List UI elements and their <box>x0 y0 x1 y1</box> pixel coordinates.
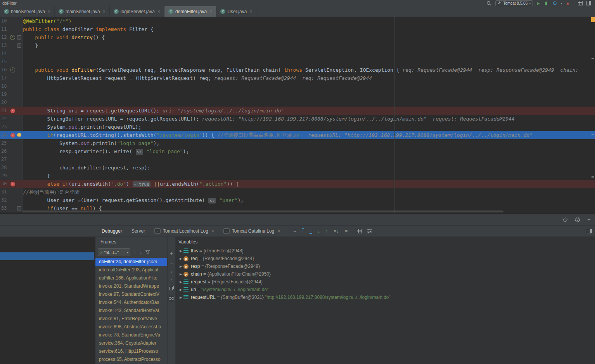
code-line-18[interactable]: 18 <box>0 82 595 90</box>
crosshair-settings-icon[interactable] <box>562 217 568 223</box>
view-breakpoints-icon[interactable] <box>357 229 362 233</box>
show-watches-glasses-icon[interactable] <box>168 296 175 301</box>
gutter[interactable]: 31 <box>0 188 23 196</box>
breakpoint-icon[interactable]: ✓ <box>10 133 15 138</box>
gutter[interactable]: 19 <box>0 90 23 98</box>
gutter[interactable]: 18 <box>0 82 23 90</box>
copy-icon[interactable] <box>170 286 174 292</box>
implements-method-icon[interactable]: ↑ <box>10 35 15 40</box>
breakpoint-icon[interactable]: ✓ <box>10 182 15 186</box>
layout-grid-icon[interactable] <box>578 1 583 6</box>
gutter[interactable]: 27 <box>0 155 23 164</box>
variable-row[interactable]: ▶requestURL = {StringBuffer@3021} "http:… <box>176 293 595 301</box>
stack-frame-row[interactable]: invoke:97, StandardContextV <box>95 290 167 298</box>
gutter[interactable]: 32 <box>0 196 23 204</box>
code-line-32[interactable]: 32 User user =(User) request.getSession(… <box>0 196 595 204</box>
stack-frame-row[interactable]: internalDoFilter:193, Applicat <box>95 266 167 274</box>
code-line-16[interactable]: 16↑ public void doFilter(ServletRequest … <box>0 66 595 74</box>
expand-arrow-icon[interactable]: ▶ <box>178 296 183 299</box>
minimize-icon[interactable]: − <box>587 217 590 222</box>
code-line-25[interactable]: 25 System.out.println("login_page"); <box>0 139 595 147</box>
gutter[interactable]: 33− <box>0 204 23 212</box>
close-tab-icon[interactable]: × <box>157 9 160 14</box>
gutter[interactable]: 26 <box>0 147 23 155</box>
thread-selector-dropdown[interactable]: ✓ "ht...l..." ▾ <box>98 248 130 256</box>
code-line-28[interactable]: 28 chain.doFilter(request, resp); <box>0 164 595 172</box>
frame-down-icon[interactable]: ↓ <box>140 250 142 255</box>
close-tab-icon[interactable]: × <box>48 9 50 14</box>
code-line-29[interactable]: 29 } <box>0 172 595 180</box>
gutter[interactable]: 21✓ <box>0 107 23 115</box>
stack-frame-row[interactable]: invoke:78, StandardEngineVa <box>95 331 167 339</box>
fold-marker-icon[interactable]: − <box>17 43 21 48</box>
stack-frame-row[interactable]: process:65, AbstractProcesso <box>95 355 167 364</box>
code-line-10[interactable]: 10@WebFilter("/*") <box>0 17 595 25</box>
editor-tab-demoFilter-java[interactable]: CdemoFilter.java× <box>164 6 216 17</box>
editor-tab-mainServlet-java[interactable]: CmainServlet.java× <box>55 6 110 17</box>
gutter[interactable]: 20 <box>0 98 23 107</box>
stack-frame-row[interactable]: doFilter:166, ApplicationFilte <box>95 274 167 282</box>
code-line-21[interactable]: 21✓ String uri = request.getRequestURI()… <box>0 107 595 115</box>
remove-watch-icon[interactable]: − <box>170 260 173 266</box>
layout-settings-icon[interactable] <box>367 229 372 233</box>
code-line-17[interactable]: 17 HttpServletRequest request = (HttpSer… <box>0 74 595 82</box>
chevron-down-icon[interactable]: ▾ <box>561 2 562 5</box>
variable-row[interactable]: ▶uri = "/system/login/../../login/main.d… <box>176 286 595 293</box>
gutter[interactable]: 23 <box>0 123 23 131</box>
hamburger-menu-icon[interactable]: ≡ <box>293 229 296 233</box>
gutter[interactable]: 10 <box>0 17 23 25</box>
expand-arrow-icon[interactable]: ▶ <box>178 265 183 268</box>
variable-row[interactable]: ▶pchain = {ApplicationFilterChain@2950} <box>176 270 595 278</box>
add-watch-icon[interactable]: + <box>170 251 173 256</box>
code-editor[interactable]: 10@WebFilter("/*")11public class demoFil… <box>0 17 595 213</box>
code-line-20[interactable]: 20 <box>0 98 595 107</box>
gear-icon[interactable] <box>575 217 580 223</box>
variable-row[interactable]: ▶this = {demoFilter@2948} <box>176 247 595 255</box>
variable-row[interactable]: ▶request = {RequestFacade@2944} <box>176 278 595 286</box>
expand-arrow-icon[interactable]: ▶ <box>178 249 183 253</box>
stack-frame-row[interactable]: doFilter:24, demoFilter (com <box>95 258 167 266</box>
tool-tab-Tomcat-Catalina-Log[interactable]: ▸Tomcat Catalina Log× <box>219 226 285 236</box>
step-over-icon[interactable]: ↓ <box>310 228 312 234</box>
tool-tab-Tomcat-Localhost-Log[interactable]: ▸Tomcat Localhost Log× <box>150 226 219 236</box>
variable-row[interactable]: ▶preq = {RequestFacade@2944} <box>176 255 595 262</box>
close-tab-icon[interactable]: × <box>103 9 106 14</box>
stack-frame-row[interactable]: invoke:143, StandardHostVal <box>95 307 167 315</box>
move-watch-down-icon[interactable]: ▼ <box>170 278 173 281</box>
code-line-19[interactable]: 19 <box>0 90 595 98</box>
implements-method-icon[interactable]: ↑ <box>10 67 15 72</box>
gutter[interactable]: 28 <box>0 164 23 172</box>
selected-thread-row[interactable] <box>0 252 94 260</box>
close-tab-icon[interactable]: × <box>277 228 280 234</box>
gutter[interactable]: 11 <box>0 25 23 33</box>
code-line-26[interactable]: 26 resp.getWriter(). write( s: "login_pa… <box>0 147 595 155</box>
search-icon[interactable] <box>486 1 491 6</box>
tool-tab-Debugger[interactable]: Debugger <box>97 226 127 236</box>
expand-arrow-icon[interactable]: ▶ <box>178 288 183 292</box>
stack-frame-row[interactable]: invoke:698, AbstractAccessLo <box>95 323 167 331</box>
step-out-icon[interactable]: ↑ <box>325 229 328 233</box>
close-tab-icon[interactable]: × <box>211 228 214 234</box>
code-line-15[interactable]: 15 <box>0 58 595 66</box>
expand-arrow-icon[interactable]: ▶ <box>178 280 183 284</box>
variable-row[interactable]: ▶presp = {ResponseFacade@2949} <box>176 262 595 270</box>
gutter[interactable]: 22 <box>0 115 23 123</box>
close-tab-icon[interactable]: × <box>209 9 212 14</box>
gutter[interactable]: 17 <box>0 74 23 82</box>
stop-button[interactable]: ■ <box>566 1 569 6</box>
editor-tab-helloServlet-java[interactable]: ChelloServlet.java× <box>0 6 55 17</box>
stack-frame-row[interactable]: service:364, CoyoteAdapter <box>95 339 167 347</box>
code-line-11[interactable]: 11public class demoFilter implements Fil… <box>0 25 595 33</box>
show-execution-point-icon[interactable]: ↑ <box>302 228 304 234</box>
gutter[interactable]: 29 <box>0 172 23 180</box>
step-into-icon[interactable]: ↓ <box>318 229 320 233</box>
scrollbar-mark-current[interactable] <box>592 134 594 135</box>
gutter[interactable]: 12↑− <box>0 33 23 41</box>
code-line-12[interactable]: 12↑− public void destroy() { <box>0 33 595 41</box>
code-line-27[interactable]: 27 <box>0 155 595 164</box>
fold-marker-icon[interactable]: − <box>17 206 21 210</box>
stack-frame-row[interactable]: service:616, Http11Processo <box>95 347 167 355</box>
expand-arrow-icon[interactable]: ▶ <box>178 273 183 276</box>
stack-frame-row[interactable]: invoke:201, StandardWrappe <box>95 282 167 290</box>
code-line-30[interactable]: 30✓ else if(uri.endsWith(".do") = true |… <box>0 180 595 188</box>
